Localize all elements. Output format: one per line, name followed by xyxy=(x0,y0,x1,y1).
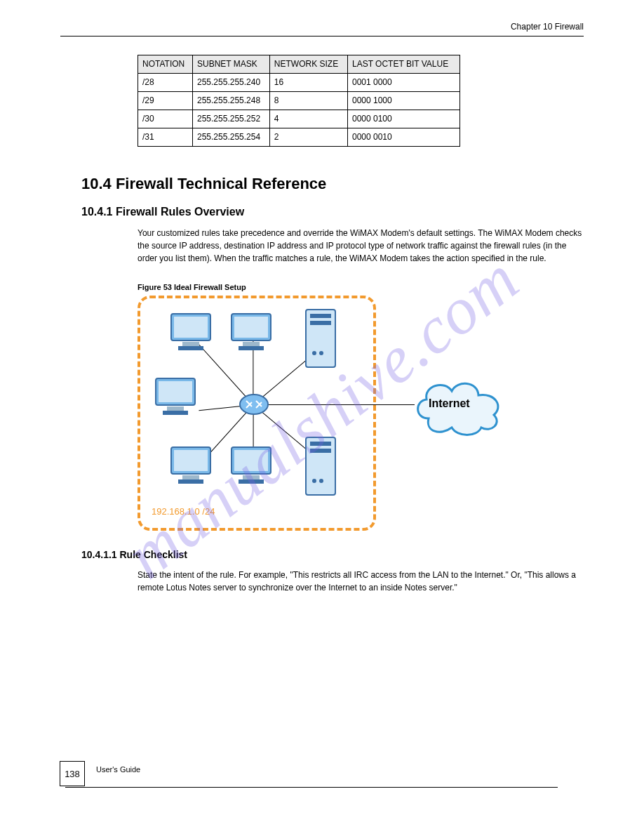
svg-rect-21 xyxy=(310,314,331,318)
svg-rect-14 xyxy=(182,475,199,479)
col-notation: NOTATION xyxy=(138,55,193,74)
svg-rect-25 xyxy=(306,437,335,495)
heading-2: 10.4.1 Firewall Rules Overview xyxy=(81,206,584,218)
svg-rect-22 xyxy=(310,321,331,325)
col-subnet: SUBNET MASK xyxy=(193,55,270,74)
monitor-icon xyxy=(229,443,274,488)
figure-ideal-firewall: Internet 192.168.1.0 /24 xyxy=(137,296,506,531)
paragraph-rules-overview: Your customized rules take precedence an… xyxy=(137,227,584,265)
cloud-label: Internet xyxy=(429,397,470,410)
subnet-table: NOTATION SUBNET MASK NETWORK SIZE LAST O… xyxy=(137,55,460,147)
svg-rect-9 xyxy=(159,381,192,402)
svg-rect-13 xyxy=(174,450,208,471)
svg-rect-26 xyxy=(310,442,331,446)
svg-rect-7 xyxy=(239,346,264,350)
heading-1: 10.4 Firewall Technical Reference xyxy=(81,175,584,193)
table-row: /31 255.255.255.254 2 0000 0010 xyxy=(138,128,460,147)
col-size: NETWORK SIZE xyxy=(269,55,347,74)
heading-3: 10.4.1.1 Rule Checklist xyxy=(81,549,584,560)
svg-rect-19 xyxy=(239,479,264,484)
svg-rect-15 xyxy=(178,479,203,484)
table-header-row: NOTATION SUBNET MASK NETWORK SIZE LAST O… xyxy=(138,55,460,74)
svg-rect-5 xyxy=(234,317,268,338)
network-label: 192.168.1.0 /24 xyxy=(152,506,215,517)
svg-rect-11 xyxy=(163,411,188,415)
page-footer: 138 User's Guide xyxy=(60,761,584,796)
table-row: /28 255.255.255.240 16 0001 0000 xyxy=(138,74,460,92)
svg-point-30 xyxy=(240,395,268,414)
page-number: 138 xyxy=(60,761,85,786)
svg-rect-6 xyxy=(243,342,260,346)
table-row: /30 255.255.255.252 4 0000 0100 xyxy=(138,110,460,128)
page-content: Chapter 10 Firewall NOTATION SUBNET MASK… xyxy=(60,21,584,796)
footer-rule xyxy=(65,787,558,788)
svg-point-29 xyxy=(319,479,323,483)
col-bitvalue: LAST OCTET BIT VALUE xyxy=(347,55,459,74)
figure-caption: Figure 53 Ideal Firewall Setup xyxy=(137,283,584,291)
svg-rect-20 xyxy=(306,310,335,367)
svg-rect-17 xyxy=(234,450,268,471)
svg-point-23 xyxy=(312,351,316,355)
svg-point-28 xyxy=(312,479,316,483)
paragraph-rule-checklist: State the intent of the rule. For exampl… xyxy=(137,569,584,594)
table-row: /29 255.255.255.248 8 0000 1000 xyxy=(138,92,460,110)
router-icon xyxy=(239,392,269,416)
svg-rect-1 xyxy=(174,317,208,338)
svg-rect-18 xyxy=(243,475,260,479)
monitor-icon xyxy=(168,310,213,355)
monitor-icon xyxy=(168,443,213,488)
monitor-icon xyxy=(153,374,198,419)
footer-label: User's Guide xyxy=(96,765,140,774)
svg-rect-10 xyxy=(167,406,184,411)
running-header: Chapter 10 Firewall xyxy=(60,22,584,36)
monitor-icon xyxy=(229,310,274,355)
server-icon xyxy=(304,436,337,496)
server-icon xyxy=(304,308,337,369)
svg-point-24 xyxy=(319,351,323,355)
svg-rect-27 xyxy=(310,449,331,453)
header-rule xyxy=(60,36,584,37)
svg-rect-2 xyxy=(182,342,199,346)
svg-rect-3 xyxy=(178,346,203,350)
